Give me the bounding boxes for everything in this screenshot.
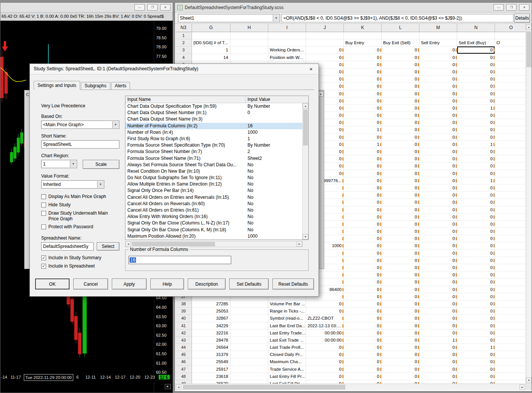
- sheet-cell[interactable]: 0: [457, 162, 495, 170]
- sheet-cell[interactable]: 0: [382, 54, 419, 61]
- sheet-cell[interactable]: [495, 76, 526, 83]
- sheet-cell[interactable]: 0: [344, 97, 382, 105]
- scroll-up-icon[interactable]: ▲: [303, 103, 308, 109]
- sheet-cell[interactable]: 0: [382, 228, 419, 235]
- sheet-cell[interactable]: 0: [457, 46, 495, 54]
- sheet-cell[interactable]: [230, 39, 268, 46]
- sheet-cell[interactable]: 25053: [192, 308, 230, 315]
- sheet-cell[interactable]: Last Trade Profi...: [268, 344, 306, 351]
- checkbox-hide-study[interactable]: Hide Study: [41, 202, 126, 210]
- sheet-cell[interactable]: 0: [382, 235, 419, 242]
- sheet-cell[interactable]: 0: [382, 308, 419, 315]
- input-row[interactable]: Always Set Formula Source Sheet To Chart…: [125, 162, 302, 168]
- sheet-cell[interactable]: 0: [306, 366, 344, 373]
- input-row[interactable]: Signal Only Once Per Bar (In:14)No: [125, 187, 302, 194]
- sheet-cell[interactable]: [230, 308, 268, 315]
- sheet-cell[interactable]: 0: [457, 83, 495, 90]
- unchecked-checkbox-icon[interactable]: [41, 194, 46, 199]
- sheet-cell[interactable]: 0: [457, 250, 495, 257]
- row-header[interactable]: 2: [175, 39, 192, 46]
- sheet-cell[interactable]: 0: [382, 358, 419, 365]
- sheet-cell[interactable]: 0: [382, 170, 419, 177]
- horizontal-scrollbar[interactable]: ◄ ►: [175, 384, 526, 390]
- sheet-cell[interactable]: Range in Ticks -...: [268, 308, 306, 315]
- sheet-cell[interactable]: [495, 54, 526, 61]
- sheet-cell[interactable]: 0: [382, 344, 419, 351]
- sheet-cell[interactable]: 0: [344, 344, 382, 351]
- sheet-cell[interactable]: 0: [344, 148, 382, 155]
- sheet-cell[interactable]: 0: [419, 97, 457, 105]
- sheet-cell[interactable]: 25917: [192, 366, 230, 373]
- sheet-cell[interactable]: [230, 358, 268, 365]
- dialog-title[interactable]: Study Settings: SpreadSheetL. ID:1 (Defa…: [30, 64, 319, 74]
- sheet-cell[interactable]: 0: [382, 300, 419, 308]
- sheet-cell[interactable]: 14: [192, 54, 230, 61]
- sheet-cell[interactable]: Sell Entry: [419, 39, 457, 46]
- sheet-cell[interactable]: 0: [457, 134, 495, 141]
- input-row[interactable]: Chart Data Output Sheet Name (In:3): [125, 116, 302, 122]
- sheet-cell[interactable]: 0: [419, 155, 457, 162]
- sheet-cell[interactable]: Trade Service A...: [268, 366, 306, 373]
- sheet-cell[interactable]: 0: [306, 308, 344, 315]
- sheet-cell[interactable]: 0: [419, 54, 457, 61]
- sheet-cell[interactable]: 32867: [192, 315, 230, 322]
- sheet-cell[interactable]: 0: [344, 286, 382, 293]
- sheet-cell[interactable]: 00:00:00: [306, 337, 344, 344]
- sheet-cell[interactable]: 0: [344, 293, 382, 300]
- sheet-cell[interactable]: 0: [457, 61, 495, 68]
- sheet-cell[interactable]: 0: [344, 380, 382, 384]
- sheet-cell[interactable]: 0: [344, 199, 382, 206]
- sheet-cell[interactable]: [230, 380, 268, 384]
- sheet-cell[interactable]: 0: [457, 337, 495, 344]
- sheet-cell[interactable]: Last Exit Fill Pri...: [268, 380, 306, 384]
- sheet-cell[interactable]: [495, 134, 526, 141]
- sheet-cell[interactable]: 0: [382, 105, 419, 112]
- sheet-cell[interactable]: 0: [382, 264, 419, 271]
- sheet-cell[interactable]: 0: [457, 358, 495, 365]
- input-row[interactable]: Number of Rows (In:4)1000: [125, 129, 302, 136]
- sheet-cell[interactable]: Position with W...: [268, 54, 306, 61]
- sheet-cell[interactable]: [230, 373, 268, 380]
- sheet-cell[interactable]: [230, 337, 268, 344]
- sheet-cell[interactable]: 0: [382, 192, 419, 199]
- close-icon[interactable]: ✕: [519, 4, 529, 11]
- row-header[interactable]: 4: [175, 54, 192, 61]
- select-button[interactable]: Select: [97, 242, 119, 251]
- minimize-icon[interactable]: —: [493, 4, 504, 11]
- sheet-cell[interactable]: 0: [457, 112, 495, 119]
- inputs-horizontal-scrollbar[interactable]: ◄ ►: [125, 241, 303, 247]
- sheet-cell[interactable]: ZLZ22-CBOT: [306, 315, 344, 322]
- sheet-cell[interactable]: [495, 322, 526, 330]
- sheet-cell[interactable]: 32216: [192, 330, 230, 337]
- sheet-cell[interactable]: [344, 32, 382, 39]
- sheet-cell[interactable]: 0: [457, 330, 495, 337]
- sheet-cell[interactable]: [495, 141, 526, 148]
- tab-settings-and-inputs[interactable]: Settings and Inputs: [34, 81, 80, 90]
- sheet-cell[interactable]: 0: [419, 344, 457, 351]
- sheet-cell[interactable]: 1: [344, 126, 382, 133]
- sheet-cell[interactable]: 0: [344, 155, 382, 162]
- sheet-cell[interactable]: 0: [344, 192, 382, 199]
- sheet-cell[interactable]: 0: [382, 250, 419, 257]
- sheet-cell[interactable]: [495, 119, 526, 126]
- sheet-cell[interactable]: 0: [419, 192, 457, 199]
- sheet-cell[interactable]: 0: [457, 97, 495, 105]
- sheet-cell[interactable]: 0: [457, 184, 495, 192]
- row-header[interactable]: 39: [175, 308, 192, 315]
- input-row[interactable]: Signal Only On Bar Close (Columns L, N-Z…: [125, 220, 302, 226]
- sheet-cell[interactable]: [495, 68, 526, 76]
- sheet-cell[interactable]: 0: [382, 177, 419, 184]
- sheet-cell[interactable]: 0: [382, 162, 419, 170]
- sheet-cell[interactable]: 0: [457, 170, 495, 177]
- spreadsheet-window-titlebar[interactable]: DefaultSpreadsheetSystemForTradingStudy.…: [175, 3, 532, 12]
- checkbox-display-as-main-price-graph[interactable]: Display As Main Price Graph: [41, 194, 126, 202]
- sheet-cell[interactable]: 0: [457, 126, 495, 133]
- sheet-cell[interactable]: 0: [382, 141, 419, 148]
- sheet-cell[interactable]: 0: [382, 221, 419, 228]
- ok-button[interactable]: OK: [35, 279, 70, 289]
- sheet-cell[interactable]: 0: [306, 300, 344, 308]
- sheet-cell[interactable]: 0: [419, 126, 457, 133]
- sheet-cell[interactable]: 0: [382, 257, 419, 264]
- sheet-cell[interactable]: 0: [419, 134, 457, 141]
- sheet-cell[interactable]: Buy Entry: [344, 39, 382, 46]
